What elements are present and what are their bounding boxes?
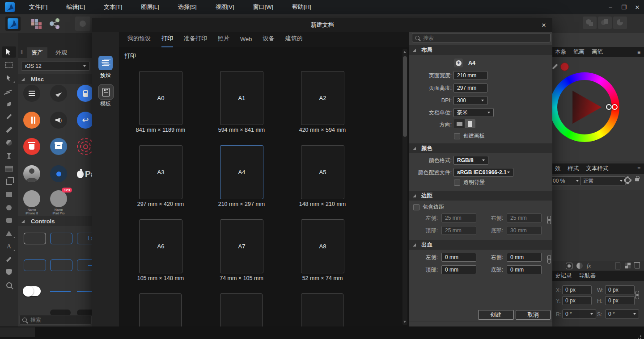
resize-grip[interactable] [640,335,641,337]
boolean-divide-button[interactable] [613,17,627,29]
delete-layer-icon[interactable] [635,263,640,268]
tab-history[interactable]: 史记录 [555,272,572,280]
transform-x-field[interactable]: 0 px [562,285,592,294]
tab-brushes[interactable]: 画笔 [592,48,603,56]
text-tool[interactable]: A [0,240,18,253]
transparent-bg-option[interactable]: 透明背景 [454,179,485,186]
place-image-tool[interactable] [0,162,18,175]
tab-navigator[interactable]: 导航器 [579,272,596,280]
control-button-blue[interactable] [50,259,72,271]
orientation-landscape-button[interactable] [454,119,465,128]
crop-tool[interactable] [0,175,18,188]
color-picker-tool[interactable] [0,253,18,266]
asset-list-icon[interactable] [23,85,40,102]
section-color[interactable]: 颜色 [409,143,552,153]
pencil-tool[interactable] [0,110,18,123]
app-icon[interactable] [0,0,20,14]
scroll-down-icon[interactable] [403,321,406,323]
tab-swatches[interactable]: 本条 [555,48,566,56]
lock-icon[interactable] [635,178,639,181]
artboard-tool[interactable] [0,59,18,71]
preset-a7[interactable]: A7 [220,219,263,273]
tab-assets[interactable]: 资产 [27,47,47,58]
menu-file[interactable]: 文件[F] [20,0,57,14]
control-button-blue[interactable] [24,259,46,271]
control-button-white[interactable] [24,233,46,244]
color-wheel[interactable] [552,72,619,142]
cancel-button[interactable]: 取消 [516,310,551,320]
add-preset-button[interactable]: + [454,59,463,67]
orientation-portrait-button[interactable] [465,119,475,128]
bleed-right-field[interactable]: 0 mm [507,253,542,262]
dialog-title-bar[interactable]: 新建文档 [92,18,552,32]
preset-a9[interactable]: A9 [139,293,182,326]
section-header-controls[interactable]: Controls [18,216,94,226]
scrollbar-thumb[interactable] [403,56,407,137]
asset-person-icon[interactable] [23,165,40,182]
margin-left-field[interactable]: 25 mm [441,213,476,222]
preset-a0[interactable]: A0 [139,71,182,125]
menu-view[interactable]: 视图[V] [206,0,244,14]
margin-bottom-field[interactable]: 30 mm [507,226,542,235]
close-window-button[interactable]: ✕ [631,0,644,14]
bleed-top-field[interactable]: 0 mm [441,265,476,274]
adjustment-icon[interactable] [576,263,583,269]
asset-speaker-icon[interactable]: ) [50,112,67,129]
new-layer-icon[interactable] [615,263,620,269]
fill-gradient-tool[interactable] [0,136,18,149]
tab-my-presets[interactable]: 我的预设 [127,34,151,47]
brush-tool[interactable] [0,123,18,136]
preset-a1[interactable]: A1 [220,71,263,125]
preset-a8[interactable]: A8 [301,219,344,273]
tab-text-styles[interactable]: 文本样式 [586,165,609,172]
preset-letter[interactable]: Letter [301,293,343,326]
create-artboard-option[interactable]: 创建画板 [454,132,485,140]
hue-handle[interactable] [612,104,618,110]
rounded-rectangle-tool[interactable] [0,214,18,227]
transform-h-field[interactable]: 0 px [605,296,635,305]
page-height-field[interactable]: 297 mm [453,84,487,92]
layer-opacity-dropdown[interactable]: 00 % [552,176,582,185]
blocks-grid-icon[interactable] [29,17,44,31]
bleed-bottom-field[interactable]: 0 mm [507,265,542,274]
dpi-dropdown[interactable]: 300 [453,96,487,105]
asset-fingerprint-icon[interactable] [77,138,94,155]
tab-press-ready[interactable]: 准备打印 [184,34,207,47]
preset-scrollbar[interactable] [402,49,407,325]
minimize-button[interactable]: – [604,0,617,14]
tab-devices[interactable]: 设备 [263,34,275,47]
asset-restaurant-icon[interactable] [23,112,40,129]
node-tool[interactable] [0,84,18,97]
preset-a2[interactable]: A2 [301,71,344,125]
ellipse-tool[interactable] [0,201,18,214]
transform-w-field[interactable]: 0 px [605,285,635,294]
menu-help[interactable]: 帮助[H] [283,0,321,14]
asset-iphone-placeholder[interactable] [23,190,40,207]
gear-icon[interactable] [625,177,631,183]
panel-menu-icon[interactable]: ≡ [637,166,640,172]
page-width-field[interactable]: 210 mm [453,71,487,80]
asset-record-dot-icon[interactable] [50,165,67,182]
current-color-swatch[interactable] [560,63,569,71]
node-select-tool[interactable] [0,71,18,84]
tab-photo[interactable]: 照片 [218,34,229,47]
tab-stroke[interactable]: 笔画 [573,48,585,56]
presets-view-button[interactable] [98,56,113,70]
asset-fuel-icon[interactable] [77,85,94,102]
hand-tool[interactable] [0,266,18,279]
checker-icon[interactable] [625,263,631,268]
panel-drag-handle[interactable]: ‖ [21,49,23,55]
boolean-subtract-button[interactable] [598,17,612,29]
triangle-handle[interactable] [606,104,612,110]
toolbar-button-partial[interactable] [75,17,90,31]
menu-edit[interactable]: 编辑[E] [57,0,94,14]
units-dropdown[interactable]: 毫米 [453,108,494,117]
section-layout[interactable]: 布局 [409,45,552,55]
color-format-dropdown[interactable]: RGB/8 [453,156,488,165]
menu-text[interactable]: 文本[T] [94,0,131,14]
eyedropper-icon[interactable] [552,64,558,70]
margin-right-field[interactable]: 25 mm [507,213,542,222]
transparent-bg-checkbox[interactable] [454,180,460,186]
assets-search-input[interactable] [30,316,80,323]
asset-archive-icon[interactable] [50,138,67,155]
